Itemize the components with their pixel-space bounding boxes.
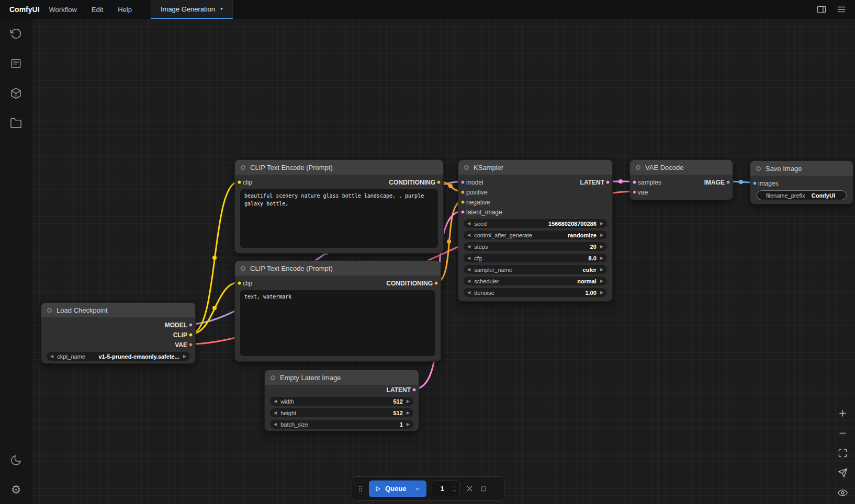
node-header[interactable]: CLIP Text Encode (Prompt) [235, 160, 443, 175]
widget-filename-prefix[interactable]: filename_prefix ComfyUI [757, 190, 847, 200]
app-logo[interactable]: ComfyUI [0, 0, 49, 19]
node-header[interactable]: CLIP Text Encode (Prompt) [235, 261, 441, 276]
output-port-vae[interactable] [188, 342, 193, 347]
menu-edit[interactable]: Edit [92, 6, 103, 14]
widget-batch-size[interactable]: ◀ batch_size 1 ▶ [270, 420, 413, 429]
widget-scheduler[interactable]: ◀ scheduler normal ▶ [464, 277, 607, 285]
node-clip-text-encode-positive[interactable]: CLIP Text Encode (Prompt) clip CONDITION… [234, 159, 444, 254]
hamburger-menu-icon[interactable] [836, 4, 847, 15]
widget-height[interactable]: ◀ height 512 ▶ [270, 408, 413, 417]
node-clip-text-encode-negative[interactable]: CLIP Text Encode (Prompt) clip CONDITION… [234, 260, 441, 362]
input-port-positive[interactable] [460, 190, 465, 194]
node-header[interactable]: VAE Decode [630, 160, 733, 175]
decrement-icon[interactable]: ◀ [274, 422, 277, 427]
input-port-images[interactable] [752, 181, 757, 186]
fit-view-icon[interactable] [838, 448, 848, 458]
node-load-checkpoint[interactable]: Load Checkpoint MODEL CLIP VAE ◀ ckpt_na… [41, 302, 196, 364]
increment-icon[interactable]: ▶ [600, 233, 603, 237]
node-header[interactable]: Empty Latent Image [265, 370, 419, 385]
widget-seed[interactable]: ◀ seed 156680208700286 ▶ [464, 219, 607, 228]
increment-icon[interactable]: ▶ [407, 399, 410, 404]
widget-cfg[interactable]: ◀ cfg 8.0 ▶ [464, 254, 607, 262]
widget-control-after-generate[interactable]: ◀ control_after_generate randomize ▶ [464, 231, 607, 239]
panel-toggle-icon[interactable] [816, 4, 827, 15]
increment-icon[interactable]: ▶ [600, 222, 603, 226]
settings-gear-icon[interactable]: ⚙ [11, 484, 21, 496]
decrement-icon[interactable]: ◀ [467, 279, 470, 283]
increment-icon[interactable]: ▶ [600, 291, 603, 295]
zoom-out-icon[interactable] [838, 428, 848, 438]
node-save-image[interactable]: Save Image images filename_prefix ComfyU… [750, 161, 853, 204]
collapse-dot[interactable] [241, 165, 245, 170]
decrement-icon[interactable]: ◀ [467, 245, 470, 249]
input-port-clip[interactable] [237, 281, 242, 285]
decrement-icon[interactable]: ◀ [467, 222, 470, 226]
chevron-down-icon[interactable] [414, 485, 421, 492]
widget-steps[interactable]: ◀ steps 20 ▶ [464, 242, 607, 251]
decrement-icon[interactable]: ◀ [467, 291, 470, 295]
decrement-icon[interactable]: ◀ [467, 233, 470, 237]
output-port-image[interactable] [726, 180, 730, 185]
input-port-model[interactable] [460, 180, 465, 185]
decrement-icon[interactable]: ◀ [274, 399, 277, 404]
widget-denoise[interactable]: ◀ denoise 1.00 ▶ [464, 288, 607, 297]
node-canvas[interactable] [32, 19, 855, 504]
increment-icon[interactable]: ▶ [600, 245, 603, 249]
input-port-vae[interactable] [632, 190, 637, 194]
prompt-textarea[interactable]: text, watermark [240, 290, 435, 356]
batch-count-stepper[interactable]: 1 [432, 480, 460, 497]
widget-ckpt-name[interactable]: ◀ ckpt_name v1-5-pruned-emaonly.safete..… [47, 352, 190, 361]
increment-icon[interactable]: ▶ [183, 354, 186, 359]
increment-icon[interactable]: ▶ [600, 279, 603, 283]
decrement-icon[interactable]: ◀ [467, 268, 470, 272]
history-icon[interactable] [10, 28, 22, 40]
collapse-dot[interactable] [636, 165, 640, 170]
queue-button[interactable]: Queue [369, 480, 426, 497]
tab-image-generation[interactable]: Image Generation ● [151, 0, 233, 19]
node-header[interactable]: Load Checkpoint [41, 303, 195, 317]
step-down-icon[interactable] [452, 489, 457, 492]
cancel-icon[interactable] [465, 484, 474, 493]
decrement-icon[interactable]: ◀ [50, 354, 53, 359]
output-port-clip[interactable] [188, 333, 193, 337]
node-empty-latent-image[interactable]: Empty Latent Image LATENT ◀ width 512 ▶ … [264, 370, 419, 431]
collapse-dot[interactable] [241, 266, 245, 271]
workflows-folder-icon[interactable] [10, 117, 22, 129]
output-port-latent[interactable] [605, 180, 610, 185]
node-ksampler[interactable]: KSampler model LATENT positive negative … [458, 159, 613, 302]
node-library-icon[interactable] [10, 58, 22, 70]
collapse-dot[interactable] [47, 308, 52, 313]
increment-icon[interactable]: ▶ [407, 411, 410, 415]
output-port-conditioning[interactable] [434, 281, 438, 285]
input-port-samples[interactable] [632, 180, 637, 185]
batch-count-value[interactable]: 1 [432, 485, 452, 492]
node-header[interactable]: KSampler [458, 160, 612, 175]
input-port-negative[interactable] [460, 200, 465, 204]
decrement-icon[interactable]: ◀ [467, 256, 470, 260]
input-port-latent-image[interactable] [460, 210, 465, 214]
pan-mode-icon[interactable] [838, 468, 848, 478]
drag-handle-icon[interactable] [357, 484, 364, 494]
node-header[interactable]: Save Image [750, 161, 853, 176]
step-up-icon[interactable] [452, 485, 457, 488]
widget-sampler-name[interactable]: ◀ sampler_name euler ▶ [464, 265, 607, 274]
collapse-dot[interactable] [464, 165, 469, 170]
collapse-dot[interactable] [271, 375, 275, 380]
menu-workflow[interactable]: Workflow [49, 6, 77, 14]
increment-icon[interactable]: ▶ [407, 422, 410, 427]
theme-moon-icon[interactable] [10, 454, 22, 466]
increment-icon[interactable]: ▶ [600, 256, 603, 260]
stop-icon[interactable] [479, 485, 488, 493]
input-port-clip[interactable] [237, 180, 242, 185]
output-port-conditioning[interactable] [436, 180, 441, 185]
decrement-icon[interactable]: ◀ [274, 411, 277, 415]
node-vae-decode[interactable]: VAE Decode samples IMAGE vae [629, 159, 733, 200]
zoom-in-icon[interactable] [838, 408, 848, 418]
increment-icon[interactable]: ▶ [600, 268, 603, 272]
collapse-dot[interactable] [756, 166, 761, 171]
output-port-model[interactable] [188, 323, 193, 327]
model-library-icon[interactable] [10, 87, 22, 99]
prompt-textarea[interactable]: beautiful scenery nature glass bottle la… [240, 189, 438, 248]
menu-help[interactable]: Help [118, 6, 132, 14]
output-port-latent[interactable] [412, 387, 417, 392]
